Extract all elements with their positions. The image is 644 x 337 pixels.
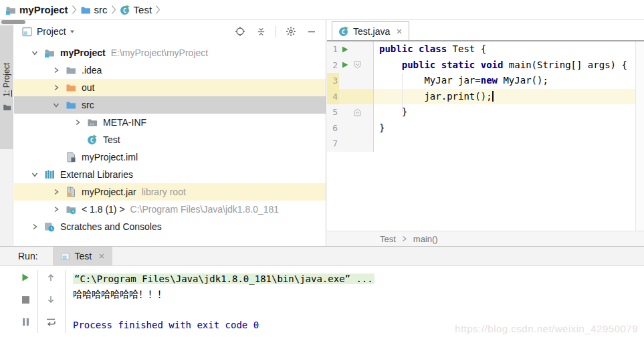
- iml-file-icon: [64, 152, 78, 162]
- project-stripe-label: 1: Project: [2, 63, 11, 97]
- run-panel-label: Run:: [18, 247, 38, 265]
- tree-chevron-collapsed-icon[interactable]: [49, 82, 64, 94]
- line-number: 1: [327, 41, 339, 58]
- folder-out-icon: [64, 82, 78, 93]
- code-line-5: 5 }: [327, 104, 635, 120]
- class-icon: C: [85, 134, 99, 145]
- toolbar-divider: [276, 26, 276, 37]
- tree-chevron-collapsed-icon[interactable]: [49, 186, 64, 198]
- ide-window: myProjectsrcCTest 1: Project Project myP…: [0, 0, 644, 337]
- code-text[interactable]: jar.print();: [374, 89, 635, 105]
- project-folder-icon: [5, 5, 16, 15]
- tool-window-icon: [22, 27, 32, 37]
- settings-button[interactable]: [285, 25, 297, 37]
- collapse-all-button[interactable]: [255, 25, 267, 37]
- dropdown-arrow-icon[interactable]: [69, 28, 76, 35]
- rerun-button[interactable]: [19, 272, 31, 283]
- project-panel-title[interactable]: Project: [37, 26, 66, 37]
- breadcrumb-item-src[interactable]: src: [80, 4, 108, 15]
- tree-item-src[interactable]: src: [14, 96, 326, 114]
- project-folder-icon: [42, 47, 56, 58]
- code-line-6: 6}: [327, 120, 635, 136]
- console-line-1: “C:\Program Files\Java\jdk1.8.0_181\bin\…: [73, 271, 641, 287]
- gutter-spacer: [351, 89, 363, 105]
- code-text[interactable]: [374, 136, 635, 152]
- toolbar-divider: [37, 270, 38, 333]
- code-line-1: 1public class Test {: [327, 41, 635, 58]
- tree-item-external-libraries[interactable]: External Libraries: [14, 166, 326, 183]
- editor-tab-label: Test.java: [353, 26, 390, 37]
- tool-window-stripe: 1: Project: [0, 20, 13, 246]
- down-stacktrace-button[interactable]: [45, 294, 57, 305]
- breadcrumb-class[interactable]: Test: [380, 234, 396, 244]
- editor-tab-test-java[interactable]: C Test.java: [332, 21, 409, 40]
- project-panel-header: Project: [14, 20, 326, 43]
- tree-chevron-collapsed-icon[interactable]: [49, 203, 64, 215]
- tree-chevron-expanded-icon[interactable]: [49, 99, 64, 111]
- run-toolbar-nav: [42, 272, 60, 327]
- tree-item-myproject[interactable]: myProjectE:\myProject\myProject: [14, 44, 326, 62]
- breadcrumb-scrollbar-thumb[interactable]: [1, 20, 25, 24]
- close-tab-icon[interactable]: [396, 28, 403, 35]
- editor-gutter: 5: [327, 104, 374, 120]
- run-line-icon[interactable]: [339, 41, 351, 58]
- line-number: 6: [327, 120, 339, 136]
- fold-end-icon[interactable]: [351, 104, 363, 120]
- tree-item-meta-inf[interactable]: META-INF: [14, 114, 326, 131]
- tree-chevron-expanded-icon[interactable]: [27, 168, 42, 181]
- run-tab-label: Test: [75, 251, 92, 261]
- soft-wrap-button[interactable]: [45, 316, 57, 327]
- project-tree: myProjectE:\myProject\myProject.ideaouts…: [14, 43, 326, 235]
- sidebar-tab-project[interactable]: 1: Project: [0, 25, 13, 149]
- editor-gutter: 3: [327, 73, 374, 89]
- tree-item-1-8-1[interactable]: < 1.8 (1) >C:\Program Files\Java\jdk1.8.…: [14, 201, 326, 218]
- code-text[interactable]: MyJar jar=new MyJar();: [374, 73, 635, 89]
- tree-item-out[interactable]: out: [14, 79, 326, 96]
- tree-item-myproject-jar[interactable]: myProject.jarlibrary root: [14, 183, 326, 201]
- gutter-spacer: [351, 73, 363, 89]
- fold-start-icon[interactable]: [351, 58, 363, 74]
- locate-button[interactable]: [234, 25, 246, 37]
- run-panel: Run: Test “C:\Program Files\Java\jdk1.8.…: [0, 246, 644, 337]
- tree-chevron-collapsed-icon[interactable]: [49, 64, 64, 76]
- code-line-4: 4 jar.print();: [327, 89, 635, 105]
- code-text[interactable]: }: [374, 104, 635, 120]
- pause-output-button[interactable]: [19, 316, 31, 327]
- gutter-spacer: [339, 89, 351, 105]
- code-text[interactable]: public static void main(String[] args) {: [374, 58, 635, 74]
- editor-gutter: 2: [327, 58, 374, 74]
- tree-chevron-collapsed-icon[interactable]: [27, 221, 42, 233]
- breadcrumb-item-myproject[interactable]: myProject: [5, 4, 68, 15]
- tree-chevron-collapsed-icon[interactable]: [70, 116, 85, 128]
- editor-scrollbar[interactable]: [635, 41, 644, 231]
- code-text[interactable]: }: [374, 120, 635, 136]
- tree-item-myproject-iml[interactable]: myProject.iml: [14, 148, 326, 166]
- folder-src-icon: [80, 5, 91, 15]
- breadcrumb-separator-icon: [71, 4, 78, 15]
- run-tab-test[interactable]: Test: [53, 247, 113, 265]
- editor-gutter: 7: [327, 136, 374, 152]
- run-line-icon[interactable]: [339, 58, 351, 74]
- breadcrumb-item-test[interactable]: CTest: [120, 4, 152, 15]
- breadcrumb-method[interactable]: main(): [413, 234, 438, 244]
- line-number: 4: [327, 89, 339, 105]
- run-panel-header: Run: Test: [0, 247, 644, 266]
- code-lines: 1public class Test {2 public static void…: [327, 41, 635, 152]
- gutter-spacer: [339, 120, 351, 136]
- jar-icon: [64, 187, 78, 197]
- breadcrumb-separator-icon: [154, 4, 161, 15]
- hide-panel-button[interactable]: [306, 25, 318, 37]
- close-run-tab-icon[interactable]: [98, 253, 105, 259]
- up-stacktrace-button[interactable]: [45, 272, 57, 283]
- tree-item-idea[interactable]: .idea: [14, 62, 326, 79]
- line-number: 3: [327, 73, 339, 89]
- project-stripe-folder-icon: [3, 103, 11, 112]
- editor-gutter: 1: [327, 41, 374, 58]
- stop-button[interactable]: [19, 294, 31, 305]
- chevron-spacer: [49, 151, 64, 163]
- code-text[interactable]: public class Test {: [374, 41, 635, 58]
- tree-item-scratches-and-consoles[interactable]: Scratches and Consoles: [14, 218, 326, 235]
- tree-chevron-expanded-icon[interactable]: [27, 47, 42, 59]
- code-editor[interactable]: 1public class Test {2 public static void…: [327, 41, 635, 231]
- tree-item-test[interactable]: CTest: [14, 131, 326, 148]
